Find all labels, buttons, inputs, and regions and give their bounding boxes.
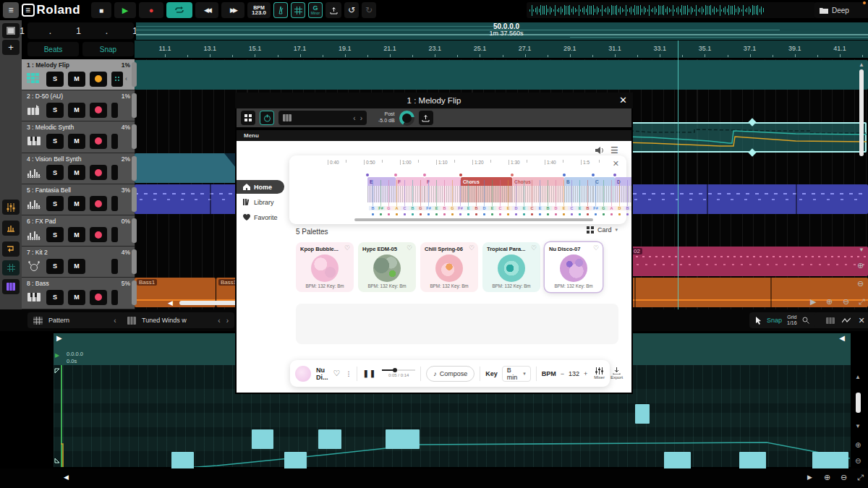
- track-extra-button[interactable]: [111, 227, 118, 242]
- preset-next-icon[interactable]: ›: [360, 114, 362, 122]
- palette-heart-icon[interactable]: ♡: [407, 244, 412, 252]
- editor-end-marker[interactable]: ◀: [839, 335, 845, 342]
- key-dropdown[interactable]: B min ▾: [502, 366, 531, 382]
- plugin-titlebar[interactable]: 1 : Melody Flip ✕: [235, 93, 633, 108]
- lane-handle[interactable]: [132, 93, 137, 118]
- lane-handle[interactable]: [132, 156, 137, 181]
- sound-toggle-icon[interactable]: [595, 146, 605, 155]
- metronome-button[interactable]: [273, 2, 288, 18]
- plugin-grid-button[interactable]: [241, 111, 255, 125]
- track-row[interactable]: 7 : Kit 24%SM: [22, 247, 135, 277]
- ruler-tick[interactable]: 13.1: [195, 45, 224, 52]
- record-arm-button[interactable]: [90, 165, 107, 180]
- track-row[interactable]: 5 : Fantasia Bell3%SM: [22, 184, 135, 215]
- track-row[interactable]: 4 : Vision Bell Synth2%SM: [22, 153, 135, 184]
- view-mode-selector[interactable]: Card ▾: [587, 226, 618, 234]
- redo-button[interactable]: ↻: [362, 2, 376, 18]
- ruler-tick[interactable]: 23.1: [420, 45, 449, 52]
- ruler-tick[interactable]: 31.1: [600, 45, 629, 52]
- eq-bars-icon[interactable]: [22, 168, 46, 178]
- eq-bars-icon[interactable]: [22, 230, 46, 240]
- record-button[interactable]: ●: [139, 2, 163, 18]
- track-row[interactable]: 3 : Melodic Synth4%SM: [22, 121, 135, 152]
- note-block[interactable]: [252, 429, 273, 449]
- instrument-selector[interactable]: Tuned Winds w ‹ ›: [122, 312, 234, 328]
- palette-card[interactable]: Tropical Para...♡BPM: 132 Key: Bm: [482, 242, 540, 292]
- ruler-tick[interactable]: 19.1: [331, 45, 359, 52]
- pattern-editor-button[interactable]: [2, 260, 20, 275]
- resize-handle-top-icon[interactable]: [54, 368, 60, 374]
- mini-keys-icon[interactable]: [22, 293, 46, 301]
- mute-button[interactable]: M: [68, 259, 85, 274]
- record-arm-button[interactable]: [90, 134, 107, 149]
- bpm-minus-button[interactable]: −: [561, 370, 564, 377]
- track-extra-button[interactable]: [111, 196, 118, 211]
- palette-card[interactable]: Chill Spring-06♡BPM: 132 Key: Bm: [420, 242, 478, 292]
- magnifier-icon[interactable]: [802, 317, 809, 324]
- track-row[interactable]: 6 : FX Pad0%SM: [22, 215, 135, 246]
- loop-button[interactable]: [166, 2, 192, 18]
- close-editor-icon[interactable]: ✕: [858, 316, 864, 325]
- editor-vertical-scrollbar[interactable]: [856, 393, 861, 413]
- solo-button[interactable]: S: [46, 259, 64, 274]
- automation-icon[interactable]: [842, 317, 851, 324]
- track-extra-button[interactable]: [111, 72, 123, 87]
- palette-card[interactable]: Hype EDM-05♡BPM: 132 Key: Bm: [358, 242, 416, 292]
- snap-toggle[interactable]: Snap: [82, 42, 134, 56]
- ruler-tick[interactable]: 21.1: [375, 45, 404, 52]
- plugin-save-button[interactable]: [419, 111, 433, 125]
- solo-button[interactable]: S: [46, 72, 64, 87]
- editor-scroll-up-icon[interactable]: ▲: [855, 374, 861, 380]
- rewind-button[interactable]: ◀◀: [195, 2, 218, 18]
- card-scrollbar[interactable]: [354, 218, 593, 221]
- palette-heart-icon[interactable]: ♡: [469, 244, 475, 252]
- solo-button[interactable]: S: [46, 103, 64, 118]
- palette-dropzone[interactable]: [296, 304, 618, 344]
- solo-button[interactable]: S: [46, 165, 64, 180]
- section-block[interactable]: Chorus: [512, 177, 564, 202]
- ruler-tick[interactable]: 39.1: [780, 45, 809, 52]
- cursor-icon[interactable]: [755, 317, 762, 325]
- solo-button[interactable]: S: [46, 290, 64, 305]
- track-extra-button[interactable]: [111, 290, 118, 305]
- grid-size-control[interactable]: Grid 1/16: [787, 314, 797, 325]
- pattern-selector[interactable]: Pattern ‹ ›: [27, 312, 130, 328]
- main-menu-button[interactable]: ≡: [3, 2, 19, 18]
- piano-arrow-icon[interactable]: [22, 105, 46, 116]
- keys-view-icon[interactable]: [826, 317, 835, 324]
- palette-card[interactable]: Kpop Bubble...♡BPM: 132 Key: Bm: [296, 242, 354, 292]
- editor-play-marker[interactable]: ▶: [56, 335, 62, 342]
- ruler-tick[interactable]: 17.1: [286, 45, 315, 52]
- grid-view-button[interactable]: [291, 2, 305, 18]
- instrument-prev-icon[interactable]: ‹: [218, 317, 220, 325]
- lane-handle[interactable]: [132, 187, 137, 212]
- section-block[interactable]: B: [564, 177, 593, 202]
- bottom-zoom-in-icon[interactable]: ⊕: [824, 474, 830, 481]
- editor-scroll-down-icon[interactable]: ▼: [855, 424, 861, 429]
- mute-button[interactable]: M: [68, 103, 85, 118]
- plugin-close-icon[interactable]: ✕: [619, 95, 627, 106]
- preset-prev-icon[interactable]: ‹: [353, 114, 355, 122]
- plugin-menu-icon[interactable]: ☰: [610, 145, 618, 155]
- play-from-icon[interactable]: ▶: [810, 298, 816, 306]
- solo-button[interactable]: S: [46, 196, 64, 211]
- stop-button[interactable]: ■: [91, 2, 111, 18]
- record-arm-button[interactable]: [90, 72, 107, 87]
- note-block[interactable]: [635, 404, 650, 424]
- note-block[interactable]: [386, 429, 420, 449]
- editor-play-icon[interactable]: ▶: [807, 474, 812, 481]
- nav-item-home[interactable]: Home: [237, 180, 284, 194]
- pattern-prev-icon[interactable]: ‹: [114, 317, 116, 325]
- palette-heart-icon[interactable]: ♡: [344, 244, 350, 252]
- section-block[interactable]: F: [425, 177, 461, 202]
- mute-button[interactable]: M: [68, 196, 85, 211]
- mute-button[interactable]: M: [68, 290, 85, 305]
- instrument-next-icon[interactable]: ›: [226, 317, 229, 325]
- lane-handle[interactable]: [132, 218, 137, 243]
- mute-button[interactable]: M: [68, 134, 85, 149]
- menu-item[interactable]: Menu: [244, 132, 259, 139]
- ruler-tick[interactable]: 37.1: [736, 45, 765, 52]
- ruler-tick[interactable]: 41.1: [825, 45, 854, 52]
- piano-roll-button[interactable]: [2, 279, 20, 294]
- loop-browser-button[interactable]: [2, 241, 20, 257]
